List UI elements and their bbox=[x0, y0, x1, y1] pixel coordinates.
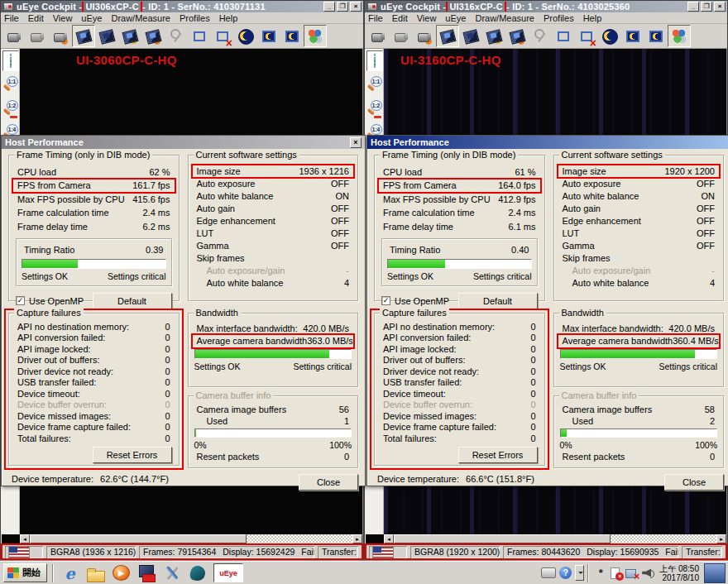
zoom-100-button[interactable]: 1:1 bbox=[366, 74, 383, 95]
camera-properties-button[interactable] bbox=[165, 25, 188, 47]
menu-item[interactable]: Help bbox=[583, 13, 602, 23]
auto-exposure-button[interactable] bbox=[598, 25, 621, 47]
auto-features-button[interactable] bbox=[304, 25, 327, 47]
maximize-button[interactable]: ❐ bbox=[701, 2, 712, 12]
titlebar[interactable]: uEye Cockpit - UI316xCP-C - ID: 1 - SerN… bbox=[365, 1, 727, 12]
close-button[interactable]: × bbox=[350, 2, 362, 12]
open-next-camera-button[interactable] bbox=[390, 25, 413, 47]
record-video-button[interactable] bbox=[118, 25, 141, 47]
scroll-track[interactable] bbox=[247, 534, 352, 543]
reset-aoi-exposure-button[interactable] bbox=[280, 25, 304, 47]
folder-icon[interactable] bbox=[85, 563, 106, 583]
menu-item[interactable]: uEye bbox=[81, 13, 102, 23]
network-disconnected-icon[interactable]: × bbox=[625, 567, 639, 580]
snapshot-button[interactable] bbox=[459, 25, 482, 47]
internet-explorer-icon[interactable]: e bbox=[60, 563, 80, 583]
menu-item[interactable]: View bbox=[53, 13, 73, 23]
menu-item[interactable]: File bbox=[4, 13, 19, 23]
failure-row: API image locked:0 bbox=[14, 344, 174, 354]
scroll-right-icon[interactable]: ► bbox=[716, 534, 726, 543]
menu-item[interactable]: Help bbox=[219, 13, 238, 23]
aoi-exposure-button[interactable] bbox=[257, 25, 280, 47]
scroll-left-icon[interactable]: ◄ bbox=[384, 534, 394, 543]
volume-icon[interactable] bbox=[641, 567, 654, 580]
live-video-button[interactable] bbox=[72, 25, 95, 47]
dialog-titlebar[interactable]: Host Performance bbox=[367, 136, 728, 149]
menu-item[interactable]: uEye bbox=[445, 13, 466, 23]
default-button[interactable]: Default bbox=[458, 293, 538, 309]
scroll-right-icon[interactable]: ► bbox=[352, 534, 362, 543]
video-app-icon[interactable] bbox=[136, 563, 157, 583]
media-player-icon[interactable]: ▶ bbox=[111, 563, 132, 583]
toolbar-icon bbox=[601, 28, 618, 45]
open-camera-button[interactable] bbox=[2, 25, 26, 47]
scroll-thumb[interactable] bbox=[30, 534, 247, 543]
use-openmp-checkbox[interactable]: ✓Use OpenMP bbox=[16, 296, 84, 306]
dialog-close-icon[interactable]: × bbox=[350, 137, 362, 148]
open-next-camera-button[interactable] bbox=[26, 25, 49, 47]
save-image-button[interactable] bbox=[141, 25, 165, 47]
record-video-button[interactable] bbox=[482, 25, 505, 47]
menu-item[interactable]: Profiles bbox=[544, 13, 574, 23]
reset-aoi-button[interactable] bbox=[575, 25, 598, 47]
menu-item[interactable]: Profiles bbox=[180, 13, 210, 23]
tray-expand-icon[interactable] bbox=[575, 565, 584, 581]
fit-to-window-button[interactable] bbox=[2, 50, 19, 71]
live-video-button[interactable] bbox=[436, 25, 459, 47]
fit-to-window-button[interactable] bbox=[366, 50, 383, 71]
toolbar-icon bbox=[214, 28, 231, 45]
menu-item[interactable]: Draw/Measure bbox=[475, 13, 534, 23]
start-button[interactable]: 開始 bbox=[3, 563, 47, 582]
reset-errors-button[interactable]: Reset Errors bbox=[93, 447, 172, 463]
aoi-exposure-button[interactable] bbox=[621, 25, 644, 47]
taskbar-clock[interactable]: 上午 08:50 2017/8/10 bbox=[659, 564, 699, 582]
horizontal-scrollbar[interactable]: ◄ ► bbox=[384, 534, 726, 543]
bluetooth-icon[interactable]: * bbox=[594, 567, 607, 580]
minimize-button[interactable]: _ bbox=[687, 2, 699, 12]
scroll-thumb[interactable] bbox=[394, 534, 611, 543]
scroll-left-icon[interactable]: ◄ bbox=[20, 534, 30, 543]
security-alert-icon[interactable]: × bbox=[610, 567, 623, 580]
auto-features-button[interactable] bbox=[668, 25, 691, 47]
tools-icon[interactable] bbox=[162, 563, 183, 583]
quicktime-icon[interactable] bbox=[188, 563, 208, 583]
save-image-button[interactable] bbox=[505, 25, 529, 47]
titlebar[interactable]: uEye Cockpit - UI306xCP-C - ID: 1 - SerN… bbox=[1, 1, 363, 12]
reset-aoi-exposure-button[interactable] bbox=[644, 25, 668, 47]
bandwidth-group: Bandwidth Max interface bandwidth:420.0 … bbox=[188, 313, 359, 387]
close-button[interactable]: × bbox=[714, 2, 726, 12]
reset-aoi-button[interactable] bbox=[211, 25, 234, 47]
show-desktop-button[interactable] bbox=[704, 563, 726, 583]
camera-properties-button[interactable] bbox=[529, 25, 552, 47]
zoom-50-button[interactable]: 1:2 bbox=[366, 98, 383, 119]
stat-row: Frame delay time6.1 ms bbox=[380, 222, 539, 232]
menu-item[interactable]: File bbox=[368, 13, 383, 23]
define-aoi-button[interactable] bbox=[552, 25, 575, 47]
define-aoi-button[interactable] bbox=[188, 25, 211, 47]
menu-item[interactable]: Edit bbox=[28, 13, 44, 23]
auto-exposure-button[interactable] bbox=[234, 25, 257, 47]
toolbar-icon bbox=[307, 28, 323, 45]
menu-item[interactable]: Draw/Measure bbox=[111, 13, 170, 23]
scroll-track[interactable] bbox=[611, 534, 716, 543]
use-openmp-checkbox[interactable]: ✓Use OpenMP bbox=[381, 296, 449, 306]
minimize-button[interactable]: _ bbox=[323, 2, 335, 12]
help-icon[interactable]: ? bbox=[559, 567, 572, 579]
close-camera-button[interactable] bbox=[413, 25, 436, 47]
dialog-close-button[interactable]: Close bbox=[299, 474, 358, 491]
close-camera-button[interactable] bbox=[49, 25, 72, 47]
reset-errors-button[interactable]: Reset Errors bbox=[458, 447, 538, 463]
dialog-close-button[interactable]: Close bbox=[664, 474, 724, 491]
maximize-button[interactable]: ❐ bbox=[337, 2, 348, 12]
dialog-titlebar[interactable]: Host Performance × bbox=[2, 136, 365, 149]
menu-item[interactable]: Edit bbox=[392, 13, 408, 23]
snapshot-button[interactable] bbox=[95, 25, 118, 47]
menu-item[interactable]: View bbox=[417, 13, 437, 23]
zoom-100-button[interactable]: 1:1 bbox=[2, 74, 19, 95]
horizontal-scrollbar[interactable]: ◄ ► bbox=[20, 534, 362, 543]
zoom-50-button[interactable]: 1:2 bbox=[2, 98, 19, 119]
keyboard-icon[interactable] bbox=[541, 567, 556, 578]
default-button[interactable]: Default bbox=[93, 293, 172, 309]
ueye-task-button[interactable]: uEye bbox=[213, 563, 243, 582]
open-camera-button[interactable] bbox=[366, 25, 390, 47]
